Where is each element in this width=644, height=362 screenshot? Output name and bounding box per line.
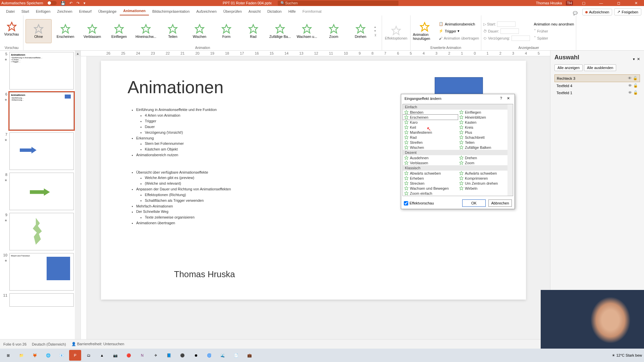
effect-[interactable] [458, 191, 513, 196]
thumb-scrollbar[interactable]: ▴▾ [75, 51, 80, 353]
selection-item-textfeld1[interactable]: Textfeld 1👁🔓 [554, 89, 640, 96]
effect-zuflligebalken[interactable]: Zufällige Balken [458, 145, 513, 150]
file-name[interactable]: PPT 01 Roter Faden 004.pptx [223, 1, 272, 5]
lock-icon[interactable]: 🔓 [633, 90, 638, 95]
effect-erheben[interactable]: Erheben [403, 176, 458, 181]
lock-icon[interactable]: 🔓 [633, 83, 638, 88]
tab-animationen[interactable]: Animationen [120, 7, 149, 15]
tab-formformat[interactable]: Formformat [299, 7, 325, 15]
slide-thumbnails[interactable]: 5 ★Animationen• Einführung in Animations… [0, 51, 81, 353]
anim-hineinschw[interactable]: Hineinschw... [133, 19, 159, 43]
selection-item-rechteck[interactable]: Rechteck 3👁🔓 [554, 74, 640, 82]
maximize-icon[interactable]: ◻ [612, 1, 625, 5]
effect-abwrtsschweben[interactable]: Abwärts schweben [403, 171, 458, 176]
firefox-icon[interactable]: 🦊 [29, 350, 41, 361]
thumb-9[interactable]: ★ [9, 213, 74, 250]
anim-erscheinen[interactable]: Erscheinen [52, 19, 78, 43]
effect-wirbeln[interactable]: Wirbeln [458, 186, 513, 191]
thumb-5[interactable]: ★Animationen• Einführung in Animationsef… [9, 52, 74, 89]
tab-einfuegen[interactable]: Einfügen [33, 7, 54, 15]
redo-icon[interactable]: ↷ [76, 1, 79, 5]
eye-icon[interactable]: 👁 [628, 76, 632, 80]
thumb-8[interactable]: ★ [9, 173, 74, 210]
effect-komprimieren[interactable]: Komprimieren [458, 176, 513, 181]
anim-wischen[interactable]: Wischen [186, 19, 213, 43]
thumb-7[interactable]: ★ [9, 132, 74, 170]
anim-rad[interactable]: Rad [240, 19, 266, 43]
lock-icon[interactable]: 🔓 [633, 76, 638, 80]
dauer-field[interactable] [500, 28, 519, 34]
effect-zoomeinfach[interactable]: Zoom einfach [403, 191, 458, 196]
user-name[interactable]: Thomas Hruska [536, 1, 562, 5]
telegram-icon[interactable]: ✈ [150, 350, 162, 361]
animation-painter-button[interactable]: 🖌 Animation übertragen [439, 35, 479, 42]
selpane-close-icon[interactable]: ✕ [637, 57, 640, 61]
app8-icon[interactable]: 💼 [244, 350, 256, 361]
app5-icon[interactable]: ⏺ [190, 350, 202, 361]
ribbon-display-icon[interactable]: ▢ [577, 1, 590, 5]
anim-zuflligeba[interactable]: Zufällige Ba... [267, 19, 293, 43]
dialog-help-icon[interactable]: ? [499, 96, 503, 100]
effect-manifestieren[interactable]: Manifestieren [403, 130, 458, 135]
effect-blenden[interactable]: Blenden [403, 110, 458, 115]
anim-einfliegen[interactable]: Einfliegen [106, 19, 132, 43]
effect-wachsenundbewegen[interactable]: Wachsen und Bewegen [403, 186, 458, 191]
tab-bildschirm[interactable]: Bildschirmpräsentation [149, 7, 193, 15]
effect-streifen[interactable]: Streifen [403, 140, 458, 145]
edge-icon[interactable]: 🌊 [217, 350, 229, 361]
autosave-toggle[interactable] [47, 1, 57, 5]
slide-author[interactable]: Thomas Hruska [174, 269, 235, 280]
effect-aufwrtsschweben[interactable]: Aufwärts schweben [458, 171, 513, 176]
tab-start[interactable]: Start [18, 7, 33, 15]
thumb-6[interactable]: ★Animationen• Einführung…• Erkennung… [9, 92, 74, 130]
app2-icon[interactable]: 📷 [109, 350, 121, 361]
tab-uebergaenge[interactable]: Übergänge [95, 7, 120, 15]
effect-teilen[interactable]: Teilen [458, 140, 513, 145]
record-button[interactable]: Aufzeichnen [582, 9, 612, 15]
save-icon[interactable]: 💾 [61, 1, 65, 5]
effect-keil[interactable]: Keil [403, 125, 458, 130]
accessibility[interactable]: 👤 Barrierefreiheit: Untersuchen [71, 342, 124, 346]
eye-icon[interactable]: 👁 [628, 83, 632, 88]
anim-teilen[interactable]: Teilen [160, 19, 186, 43]
later-button[interactable]: ˅ Später [534, 35, 574, 42]
dialog-close-icon[interactable]: ✕ [505, 96, 511, 100]
effect-wischen[interactable]: Wischen [403, 145, 458, 150]
trigger-button[interactable]: ⚡ Trigger ▾ [439, 28, 479, 35]
explorer-icon[interactable]: 📁 [15, 350, 28, 361]
start-button[interactable]: ⊞ [2, 350, 14, 361]
tab-datei[interactable]: Datei [3, 7, 18, 15]
effect-erscheinen[interactable]: Erscheinen [403, 115, 458, 120]
undo-icon[interactable]: ↶ [69, 1, 72, 5]
slide-counter[interactable]: Folie 6 von 26 [3, 342, 26, 346]
close-icon[interactable]: ✕ [629, 1, 643, 5]
anim-verblassen[interactable]: Verblassen [79, 19, 105, 43]
eye-icon[interactable]: 👁 [628, 90, 632, 95]
onenote-icon[interactable]: N [136, 350, 148, 361]
effect-rad[interactable]: Rad [403, 135, 458, 140]
preview-checkbox[interactable]: Effektvorschau [404, 201, 460, 205]
app3-icon[interactable]: 🔴 [123, 350, 135, 361]
vlc-icon[interactable]: ▲ [96, 350, 108, 361]
user-badge[interactable]: TH [566, 1, 573, 5]
effect-hineinblitzen[interactable]: Hineinblitzen [458, 115, 513, 120]
thumb-11[interactable] [9, 293, 74, 307]
earlier-button[interactable]: ˄ Früher [534, 28, 574, 35]
effect-options-button[interactable]: Effektoptionen [384, 21, 408, 45]
anim-gallery-more[interactable]: ▴▾⊻ [374, 25, 380, 38]
preview-button[interactable]: Vorschau [2, 17, 21, 41]
cancel-button[interactable]: Abbrechen [488, 199, 512, 207]
verz-field[interactable] [512, 36, 530, 41]
dialog-scrollbar[interactable] [507, 104, 513, 196]
search-box[interactable]: 🔍 Suchen [278, 1, 398, 6]
animation-pane-button[interactable]: 📋 Animationsbereich [439, 21, 479, 27]
effect-umzentrumdrehen[interactable]: Um Zentrum drehen [458, 181, 513, 186]
ok-button[interactable]: OK [462, 199, 486, 207]
tab-entwurf[interactable]: Entwurf [76, 7, 95, 15]
effect-ausdehnen[interactable]: Ausdehnen [403, 155, 458, 160]
obs-icon[interactable]: ⚫ [176, 350, 189, 361]
minimize-icon[interactable]: — [594, 1, 608, 5]
powerpoint-icon[interactable]: P [69, 350, 81, 361]
effect-einfliegen[interactable]: Einfliegen [458, 110, 513, 115]
share-button[interactable]: ↗ Freigeben [614, 8, 641, 15]
